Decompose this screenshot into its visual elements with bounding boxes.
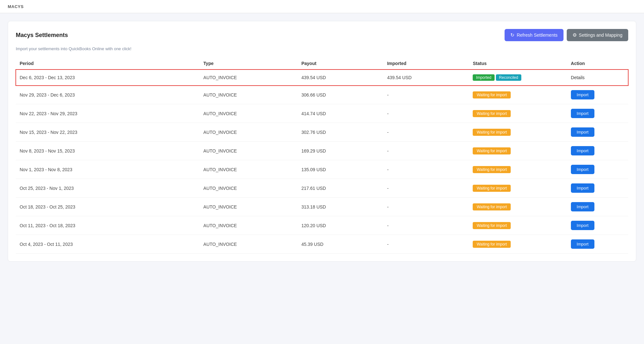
import-button[interactable]: Import (571, 239, 594, 249)
cell-status: Waiting for import (469, 179, 567, 198)
cell-action: Import (567, 160, 628, 179)
cell-payout: 45.39 USD (298, 235, 383, 254)
cell-action: Import (567, 179, 628, 198)
cell-period: Oct 11, 2023 - Oct 18, 2023 (16, 216, 200, 235)
table-row: Oct 18, 2023 - Oct 25, 2023AUTO_INVOICE3… (16, 198, 628, 216)
settings-button-label: Settings and Mapping (579, 33, 622, 38)
cell-action: Details (567, 70, 628, 86)
cell-type: AUTO_INVOICE (200, 216, 298, 235)
main-content: Macys Settlements ↻ Refresh Settlements … (0, 13, 644, 269)
app-header: MACYS (0, 0, 644, 13)
cell-type: AUTO_INVOICE (200, 179, 298, 198)
status-badge-waiting: Waiting for import (473, 110, 511, 117)
cell-period: Dec 6, 2023 - Dec 13, 2023 (16, 70, 200, 86)
cell-imported: - (383, 86, 469, 104)
status-badge-reconciled: Reconciled (496, 74, 521, 81)
cell-action: Import (567, 86, 628, 104)
cell-period: Nov 1, 2023 - Nov 8, 2023 (16, 160, 200, 179)
settlements-table: Period Type Payout Imported Status Actio… (16, 58, 628, 254)
status-badge-waiting: Waiting for import (473, 91, 511, 98)
refresh-button-label: Refresh Settlements (517, 33, 558, 38)
cell-status: Waiting for import (469, 86, 567, 104)
cell-action: Import (567, 198, 628, 216)
refresh-icon: ↻ (510, 32, 515, 38)
import-button[interactable]: Import (571, 109, 594, 118)
cell-action: Import (567, 235, 628, 254)
cell-status: Waiting for import (469, 160, 567, 179)
table-row: Nov 29, 2023 - Dec 6, 2023AUTO_INVOICE30… (16, 86, 628, 104)
cell-imported: - (383, 160, 469, 179)
status-badge-waiting: Waiting for import (473, 129, 511, 136)
gear-icon: ⚙ (573, 32, 577, 38)
table-row: Nov 15, 2023 - Nov 22, 2023AUTO_INVOICE3… (16, 123, 628, 142)
status-badge-waiting: Waiting for import (473, 147, 511, 154)
cell-imported: 439.54 USD (383, 70, 469, 86)
table-row: Oct 25, 2023 - Nov 1, 2023AUTO_INVOICE21… (16, 179, 628, 198)
cell-status: Waiting for import (469, 198, 567, 216)
details-button[interactable]: Details (571, 75, 585, 80)
table-header-row: Period Type Payout Imported Status Actio… (16, 58, 628, 70)
status-badge-waiting: Waiting for import (473, 185, 511, 192)
subtitle: Import your settlements into QuickBooks … (16, 46, 628, 51)
cell-payout: 217.61 USD (298, 179, 383, 198)
cell-status: Waiting for import (469, 235, 567, 254)
cell-status: Waiting for import (469, 142, 567, 160)
cell-status: Waiting for import (469, 216, 567, 235)
cell-status: ImportedReconciled (469, 70, 567, 86)
status-badge-waiting: Waiting for import (473, 241, 511, 248)
col-header-status: Status (469, 58, 567, 70)
cell-type: AUTO_INVOICE (200, 123, 298, 142)
cell-period: Nov 29, 2023 - Dec 6, 2023 (16, 86, 200, 104)
cell-imported: - (383, 198, 469, 216)
cell-action: Import (567, 216, 628, 235)
cell-type: AUTO_INVOICE (200, 142, 298, 160)
cell-payout: 302.76 USD (298, 123, 383, 142)
table-row: Oct 4, 2023 - Oct 11, 2023AUTO_INVOICE45… (16, 235, 628, 254)
status-badge-imported: Imported (473, 74, 494, 81)
settings-mapping-button[interactable]: ⚙ Settings and Mapping (567, 29, 628, 41)
header-buttons: ↻ Refresh Settlements ⚙ Settings and Map… (505, 29, 628, 41)
import-button[interactable]: Import (571, 127, 594, 137)
table-row: Nov 22, 2023 - Nov 29, 2023AUTO_INVOICE4… (16, 104, 628, 123)
cell-period: Nov 15, 2023 - Nov 22, 2023 (16, 123, 200, 142)
cell-type: AUTO_INVOICE (200, 198, 298, 216)
import-button[interactable]: Import (571, 90, 594, 99)
status-badge-waiting: Waiting for import (473, 166, 511, 173)
cell-period: Oct 4, 2023 - Oct 11, 2023 (16, 235, 200, 254)
import-button[interactable]: Import (571, 146, 594, 155)
cell-payout: 306.66 USD (298, 86, 383, 104)
cell-status: Waiting for import (469, 104, 567, 123)
table-row: Nov 8, 2023 - Nov 15, 2023AUTO_INVOICE16… (16, 142, 628, 160)
table-row: Nov 1, 2023 - Nov 8, 2023AUTO_INVOICE135… (16, 160, 628, 179)
col-header-action: Action (567, 58, 628, 70)
col-header-period: Period (16, 58, 200, 70)
cell-action: Import (567, 104, 628, 123)
cell-period: Oct 18, 2023 - Oct 25, 2023 (16, 198, 200, 216)
import-button[interactable]: Import (571, 221, 594, 230)
cell-payout: 313.18 USD (298, 198, 383, 216)
col-header-payout: Payout (298, 58, 383, 70)
status-badge-waiting: Waiting for import (473, 222, 511, 229)
cell-payout: 414.74 USD (298, 104, 383, 123)
cell-imported: - (383, 142, 469, 160)
app-title: MACYS (8, 4, 24, 9)
cell-period: Nov 8, 2023 - Nov 15, 2023 (16, 142, 200, 160)
status-badge-waiting: Waiting for import (473, 203, 511, 210)
cell-status: Waiting for import (469, 123, 567, 142)
cell-imported: - (383, 179, 469, 198)
cell-payout: 135.09 USD (298, 160, 383, 179)
cell-action: Import (567, 142, 628, 160)
cell-imported: - (383, 235, 469, 254)
import-button[interactable]: Import (571, 202, 594, 211)
cell-period: Nov 22, 2023 - Nov 29, 2023 (16, 104, 200, 123)
cell-type: AUTO_INVOICE (200, 86, 298, 104)
cell-imported: - (383, 123, 469, 142)
import-button[interactable]: Import (571, 183, 594, 193)
card-header: Macys Settlements ↻ Refresh Settlements … (16, 29, 628, 41)
table-row: Dec 6, 2023 - Dec 13, 2023AUTO_INVOICE43… (16, 70, 628, 86)
import-button[interactable]: Import (571, 165, 594, 174)
cell-imported: - (383, 216, 469, 235)
cell-type: AUTO_INVOICE (200, 70, 298, 86)
cell-payout: 169.29 USD (298, 142, 383, 160)
refresh-settlements-button[interactable]: ↻ Refresh Settlements (505, 29, 564, 41)
